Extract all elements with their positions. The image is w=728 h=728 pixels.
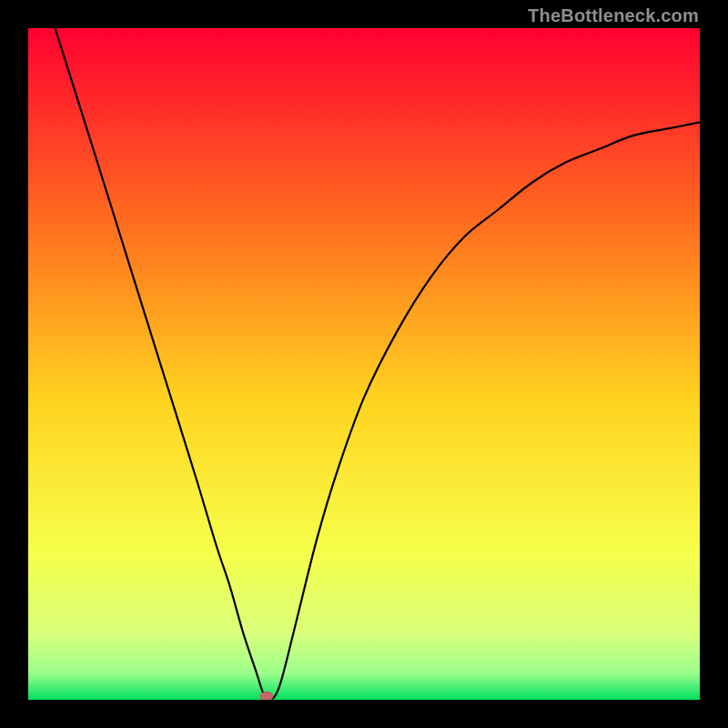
optimal-marker [260, 692, 273, 700]
chart-frame: TheBottleneck.com [0, 0, 728, 728]
bottleneck-chart [28, 28, 700, 700]
watermark-text: TheBottleneck.com [528, 5, 699, 26]
gradient-background [28, 28, 700, 700]
plot-area [28, 28, 700, 700]
